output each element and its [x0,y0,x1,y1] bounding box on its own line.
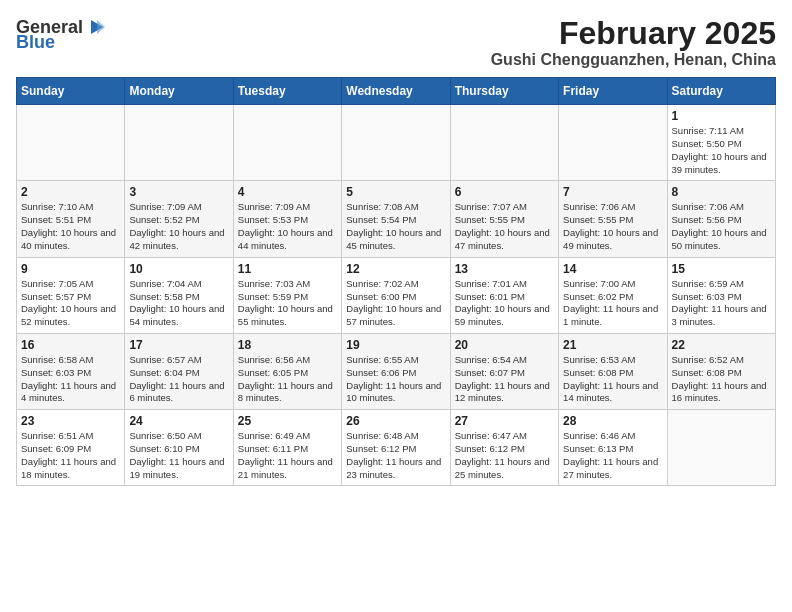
calendar-day: 11Sunrise: 7:03 AM Sunset: 5:59 PM Dayli… [233,257,341,333]
day-info: Sunrise: 7:11 AM Sunset: 5:50 PM Dayligh… [672,125,771,176]
calendar-week-row: 9Sunrise: 7:05 AM Sunset: 5:57 PM Daylig… [17,257,776,333]
day-number: 25 [238,414,337,428]
day-info: Sunrise: 6:56 AM Sunset: 6:05 PM Dayligh… [238,354,337,405]
day-info: Sunrise: 7:08 AM Sunset: 5:54 PM Dayligh… [346,201,445,252]
calendar-day: 17Sunrise: 6:57 AM Sunset: 6:04 PM Dayli… [125,333,233,409]
day-info: Sunrise: 6:57 AM Sunset: 6:04 PM Dayligh… [129,354,228,405]
day-info: Sunrise: 7:04 AM Sunset: 5:58 PM Dayligh… [129,278,228,329]
day-number: 28 [563,414,662,428]
calendar-day: 16Sunrise: 6:58 AM Sunset: 6:03 PM Dayli… [17,333,125,409]
calendar-day: 28Sunrise: 6:46 AM Sunset: 6:13 PM Dayli… [559,410,667,486]
page-header: General Blue February 2025 Gushi Chenggu… [16,16,776,69]
day-info: Sunrise: 7:02 AM Sunset: 6:00 PM Dayligh… [346,278,445,329]
month-title: February 2025 [491,16,776,51]
day-number: 8 [672,185,771,199]
calendar-week-row: 2Sunrise: 7:10 AM Sunset: 5:51 PM Daylig… [17,181,776,257]
day-info: Sunrise: 7:10 AM Sunset: 5:51 PM Dayligh… [21,201,120,252]
day-info: Sunrise: 6:59 AM Sunset: 6:03 PM Dayligh… [672,278,771,329]
day-info: Sunrise: 6:53 AM Sunset: 6:08 PM Dayligh… [563,354,662,405]
calendar-day: 2Sunrise: 7:10 AM Sunset: 5:51 PM Daylig… [17,181,125,257]
day-number: 10 [129,262,228,276]
day-info: Sunrise: 6:49 AM Sunset: 6:11 PM Dayligh… [238,430,337,481]
day-number: 11 [238,262,337,276]
calendar-day: 9Sunrise: 7:05 AM Sunset: 5:57 PM Daylig… [17,257,125,333]
calendar-day: 15Sunrise: 6:59 AM Sunset: 6:03 PM Dayli… [667,257,775,333]
day-info: Sunrise: 7:01 AM Sunset: 6:01 PM Dayligh… [455,278,554,329]
weekday-header-sunday: Sunday [17,78,125,105]
day-info: Sunrise: 6:50 AM Sunset: 6:10 PM Dayligh… [129,430,228,481]
calendar-day [125,105,233,181]
day-number: 14 [563,262,662,276]
calendar-day: 21Sunrise: 6:53 AM Sunset: 6:08 PM Dayli… [559,333,667,409]
day-number: 2 [21,185,120,199]
day-number: 7 [563,185,662,199]
day-number: 17 [129,338,228,352]
day-info: Sunrise: 6:51 AM Sunset: 6:09 PM Dayligh… [21,430,120,481]
calendar-day: 24Sunrise: 6:50 AM Sunset: 6:10 PM Dayli… [125,410,233,486]
day-number: 6 [455,185,554,199]
calendar-day: 10Sunrise: 7:04 AM Sunset: 5:58 PM Dayli… [125,257,233,333]
calendar-day [559,105,667,181]
day-info: Sunrise: 7:09 AM Sunset: 5:53 PM Dayligh… [238,201,337,252]
day-number: 9 [21,262,120,276]
day-number: 19 [346,338,445,352]
calendar-day: 8Sunrise: 7:06 AM Sunset: 5:56 PM Daylig… [667,181,775,257]
weekday-header-thursday: Thursday [450,78,558,105]
calendar-day: 19Sunrise: 6:55 AM Sunset: 6:06 PM Dayli… [342,333,450,409]
calendar-day: 7Sunrise: 7:06 AM Sunset: 5:55 PM Daylig… [559,181,667,257]
weekday-header-wednesday: Wednesday [342,78,450,105]
logo-icon [83,16,105,38]
day-number: 20 [455,338,554,352]
calendar-day [17,105,125,181]
day-number: 22 [672,338,771,352]
calendar-day: 12Sunrise: 7:02 AM Sunset: 6:00 PM Dayli… [342,257,450,333]
calendar-day: 27Sunrise: 6:47 AM Sunset: 6:12 PM Dayli… [450,410,558,486]
day-number: 4 [238,185,337,199]
calendar-day [342,105,450,181]
day-info: Sunrise: 7:05 AM Sunset: 5:57 PM Dayligh… [21,278,120,329]
calendar-day: 18Sunrise: 6:56 AM Sunset: 6:05 PM Dayli… [233,333,341,409]
day-info: Sunrise: 6:54 AM Sunset: 6:07 PM Dayligh… [455,354,554,405]
day-number: 5 [346,185,445,199]
calendar-day [667,410,775,486]
day-number: 26 [346,414,445,428]
day-number: 15 [672,262,771,276]
location-title: Gushi Chengguanzhen, Henan, China [491,51,776,69]
day-info: Sunrise: 6:46 AM Sunset: 6:13 PM Dayligh… [563,430,662,481]
day-number: 27 [455,414,554,428]
day-number: 1 [672,109,771,123]
calendar-day: 20Sunrise: 6:54 AM Sunset: 6:07 PM Dayli… [450,333,558,409]
day-number: 24 [129,414,228,428]
calendar-day: 14Sunrise: 7:00 AM Sunset: 6:02 PM Dayli… [559,257,667,333]
calendar-table: SundayMondayTuesdayWednesdayThursdayFrid… [16,77,776,486]
day-info: Sunrise: 6:48 AM Sunset: 6:12 PM Dayligh… [346,430,445,481]
calendar-week-row: 16Sunrise: 6:58 AM Sunset: 6:03 PM Dayli… [17,333,776,409]
calendar-week-row: 1Sunrise: 7:11 AM Sunset: 5:50 PM Daylig… [17,105,776,181]
day-number: 21 [563,338,662,352]
calendar-day: 25Sunrise: 6:49 AM Sunset: 6:11 PM Dayli… [233,410,341,486]
calendar-day [450,105,558,181]
day-info: Sunrise: 7:00 AM Sunset: 6:02 PM Dayligh… [563,278,662,329]
calendar-day [233,105,341,181]
calendar-day: 3Sunrise: 7:09 AM Sunset: 5:52 PM Daylig… [125,181,233,257]
day-number: 12 [346,262,445,276]
day-info: Sunrise: 7:03 AM Sunset: 5:59 PM Dayligh… [238,278,337,329]
weekday-header-row: SundayMondayTuesdayWednesdayThursdayFrid… [17,78,776,105]
calendar-day: 13Sunrise: 7:01 AM Sunset: 6:01 PM Dayli… [450,257,558,333]
day-info: Sunrise: 6:58 AM Sunset: 6:03 PM Dayligh… [21,354,120,405]
svg-marker-1 [97,20,105,34]
day-info: Sunrise: 6:52 AM Sunset: 6:08 PM Dayligh… [672,354,771,405]
weekday-header-saturday: Saturday [667,78,775,105]
logo: General Blue [16,16,105,53]
day-info: Sunrise: 7:09 AM Sunset: 5:52 PM Dayligh… [129,201,228,252]
title-block: February 2025 Gushi Chengguanzhen, Henan… [491,16,776,69]
day-number: 18 [238,338,337,352]
day-number: 16 [21,338,120,352]
calendar-day: 6Sunrise: 7:07 AM Sunset: 5:55 PM Daylig… [450,181,558,257]
calendar-day: 23Sunrise: 6:51 AM Sunset: 6:09 PM Dayli… [17,410,125,486]
day-number: 23 [21,414,120,428]
calendar-week-row: 23Sunrise: 6:51 AM Sunset: 6:09 PM Dayli… [17,410,776,486]
weekday-header-friday: Friday [559,78,667,105]
day-info: Sunrise: 7:06 AM Sunset: 5:56 PM Dayligh… [672,201,771,252]
day-info: Sunrise: 6:55 AM Sunset: 6:06 PM Dayligh… [346,354,445,405]
